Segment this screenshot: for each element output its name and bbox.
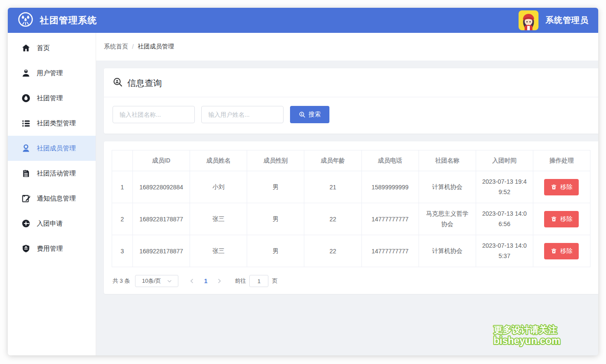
sidebar-item-club-manage[interactable]: 社团管理 xyxy=(8,86,96,111)
sidebar-item-label: 社团活动管理 xyxy=(37,169,76,178)
remove-button-label: 移除 xyxy=(560,183,572,191)
page-number-1[interactable]: 1 xyxy=(199,278,212,284)
admin-avatar[interactable] xyxy=(519,10,538,30)
column-header: 操作处理 xyxy=(533,150,590,171)
breadcrumb-home[interactable]: 系统首页 xyxy=(104,43,128,51)
trash-icon xyxy=(551,248,557,254)
watermark-line2: bisheyun.com xyxy=(493,335,561,346)
cell-name: 张三 xyxy=(190,235,247,267)
sidebar-item-label: 首页 xyxy=(37,44,50,52)
watermark: 更多设计请关注 bisheyun.com xyxy=(491,322,589,351)
page: 社团管理系统 系统管理员 xyxy=(0,0,606,364)
search-icon xyxy=(299,111,306,118)
club-name-input[interactable] xyxy=(113,106,195,123)
search-button-label: 搜索 xyxy=(309,111,321,118)
trash-icon xyxy=(551,216,557,222)
table-row: 31689228178877张三男2214777777777计算机协会2023-… xyxy=(112,235,590,267)
cell-phone: 15899999999 xyxy=(361,171,419,203)
column-header: 成员电话 xyxy=(361,150,419,171)
sidebar-item-label: 用户管理 xyxy=(37,69,63,77)
cell-gender: 男 xyxy=(247,203,304,235)
user-manage-icon xyxy=(21,68,31,78)
brand: 社团管理系统 xyxy=(17,11,97,29)
app-window: 社团管理系统 系统管理员 xyxy=(8,8,598,355)
sidebar-item-club-activity[interactable]: 社团活动管理 xyxy=(8,161,96,186)
search-button[interactable]: 搜索 xyxy=(290,106,329,123)
cell-age: 22 xyxy=(304,235,361,267)
column-header: 成员年龄 xyxy=(304,150,361,171)
sidebar-item-notice-manage[interactable]: 通知信息管理 xyxy=(8,186,96,211)
club-activity-icon xyxy=(21,168,31,179)
club-manage-icon xyxy=(21,93,31,103)
sidebar-item-join-apply[interactable]: 入团申请 xyxy=(8,211,96,236)
prev-page-button[interactable] xyxy=(184,275,199,287)
table-row: 21689228178877张三男2214777777777马克思主义哲学协会2… xyxy=(112,203,590,235)
cell-index: 2 xyxy=(112,203,133,235)
sidebar-item-label: 社团类型管理 xyxy=(37,119,76,128)
join-apply-icon xyxy=(21,218,31,229)
chevron-down-icon xyxy=(167,279,172,284)
search-user-icon xyxy=(113,77,123,89)
cell-join_time: 2023-07-13 19:49:52 xyxy=(476,171,533,203)
remove-button[interactable]: 移除 xyxy=(544,179,579,195)
pagination-total: 共 3 条 xyxy=(113,277,130,285)
user-name-input[interactable] xyxy=(201,106,284,123)
cell-member_id: 1689228178877 xyxy=(133,203,190,235)
column-header xyxy=(112,150,133,171)
sidebar-item-fee-manage[interactable]: 费用管理 xyxy=(8,236,96,261)
column-header: 入团时间 xyxy=(476,150,533,171)
cell-phone: 14777777777 xyxy=(361,203,419,235)
page-size-value: 10条/页 xyxy=(142,277,161,285)
sidebar-item-user-manage[interactable]: 用户管理 xyxy=(8,61,96,86)
sidebar-item-label: 社团管理 xyxy=(37,94,63,102)
column-header: 社团名称 xyxy=(419,150,476,171)
cell-age: 21 xyxy=(304,171,361,203)
notice-manage-icon xyxy=(21,193,31,204)
cell-action: 移除 xyxy=(533,203,590,235)
cell-gender: 男 xyxy=(247,235,304,267)
breadcrumb-separator: / xyxy=(132,43,134,50)
admin-name: 系统管理员 xyxy=(545,15,589,26)
page-size-select[interactable]: 10条/页 xyxy=(135,275,178,287)
sidebar-item-home[interactable]: 首页 xyxy=(8,35,96,61)
remove-button[interactable]: 移除 xyxy=(544,243,579,259)
sidebar-item-club-type[interactable]: 社团类型管理 xyxy=(8,111,96,136)
column-header: 成员姓名 xyxy=(190,150,247,171)
remove-button[interactable]: 移除 xyxy=(544,211,579,227)
member-table-card: 成员ID成员姓名成员性别成员年龄成员电话社团名称入团时间操作处理 1168922… xyxy=(104,141,598,294)
breadcrumb: 系统首页 / 社团成员管理 xyxy=(96,33,598,61)
app-title: 社团管理系统 xyxy=(40,14,97,26)
cell-index: 1 xyxy=(112,171,133,203)
cell-club: 马克思主义哲学协会 xyxy=(419,203,476,235)
cell-join_time: 2023-07-13 14:05:37 xyxy=(476,235,533,267)
column-header: 成员性别 xyxy=(247,150,304,171)
cell-phone: 14777777777 xyxy=(361,235,419,267)
app-logo-icon xyxy=(17,11,34,29)
cell-gender: 男 xyxy=(247,171,304,203)
sidebar-item-label: 费用管理 xyxy=(37,245,63,253)
content-area: 信息查询 xyxy=(96,61,598,355)
table-row: 11689228092884小刘男2115899999999计算机协会2023-… xyxy=(112,171,590,203)
fee-manage-icon xyxy=(21,243,31,254)
remove-button-label: 移除 xyxy=(560,215,572,223)
cell-action: 移除 xyxy=(533,171,590,203)
goto-label: 前往 xyxy=(235,277,246,285)
cell-name: 张三 xyxy=(190,203,247,235)
sidebar-item-label: 通知信息管理 xyxy=(37,195,76,203)
cell-club: 计算机协会 xyxy=(419,235,476,267)
sidebar-item-label: 社团成员管理 xyxy=(37,144,76,153)
breadcrumb-current: 社团成员管理 xyxy=(138,43,174,51)
watermark-line1: 更多设计请关注 xyxy=(493,325,557,335)
sidebar-item-club-member[interactable]: 社团成员管理 xyxy=(8,136,96,161)
next-page-button[interactable] xyxy=(212,275,227,287)
sidebar-item-label: 入团申请 xyxy=(37,220,63,228)
member-table: 成员ID成员姓名成员性别成员年龄成员电话社团名称入团时间操作处理 1168922… xyxy=(112,150,590,267)
home-icon xyxy=(21,43,31,53)
goto-page-input[interactable] xyxy=(249,275,268,287)
query-card: 信息查询 xyxy=(104,68,598,134)
query-card-title: 信息查询 xyxy=(127,77,162,89)
page-unit-label: 页 xyxy=(272,277,277,285)
remove-button-label: 移除 xyxy=(560,247,572,255)
club-type-icon xyxy=(21,118,31,128)
sidebar-nav: 首页用户管理社团管理社团类型管理社团成员管理社团活动管理通知信息管理入团申请费用… xyxy=(8,33,96,355)
